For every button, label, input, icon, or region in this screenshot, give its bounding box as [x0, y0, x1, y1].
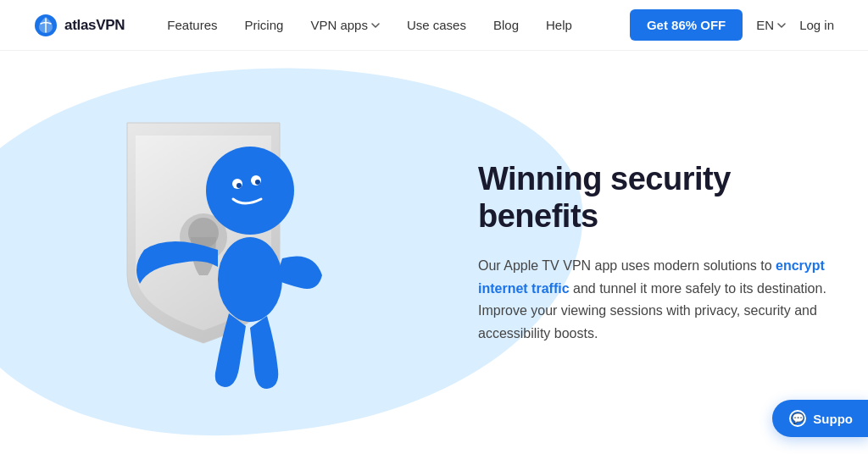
support-icon: 💬 — [789, 410, 806, 427]
hero-illustration — [51, 80, 356, 436]
language-selector[interactable]: EN — [756, 18, 786, 32]
body-text-part1: Our Apple TV VPN app uses modern solutio… — [478, 258, 776, 273]
support-button[interactable]: 💬 Suppo — [772, 400, 868, 437]
nav-pricing[interactable]: Pricing — [245, 18, 284, 32]
nav-vpn-apps[interactable]: VPN apps — [310, 18, 380, 32]
svg-point-3 — [206, 147, 294, 235]
logo-text: atlasVPN — [64, 17, 125, 34]
logo[interactable]: atlasVPN — [34, 14, 125, 37]
chevron-down-icon — [371, 23, 380, 28]
nav-help[interactable]: Help — [546, 18, 572, 32]
main-content: Winning security benefits Our Apple TV V… — [0, 51, 868, 454]
text-section: Winning security benefits Our Apple TV V… — [478, 161, 834, 345]
nav-use-cases[interactable]: Use cases — [407, 18, 466, 32]
nav-features[interactable]: Features — [167, 18, 217, 32]
support-label: Suppo — [813, 412, 853, 426]
lang-chevron-icon — [777, 23, 786, 28]
navbar: atlasVPN Features Pricing VPN apps Use c… — [0, 0, 868, 51]
nav-right: Get 86% OFF EN Log in — [630, 9, 834, 41]
logo-icon — [34, 14, 58, 37]
svg-point-6 — [236, 183, 242, 188]
svg-point-7 — [255, 180, 260, 185]
hero-headline: Winning security benefits — [478, 161, 834, 235]
nav-blog[interactable]: Blog — [493, 18, 519, 32]
hero-body: Our Apple TV VPN app uses modern solutio… — [478, 255, 834, 345]
cta-button[interactable]: Get 86% OFF — [630, 9, 743, 41]
nav-links: Features Pricing VPN apps Use cases Blog… — [167, 18, 630, 32]
svg-point-8 — [218, 237, 282, 322]
login-link[interactable]: Log in — [799, 18, 834, 32]
character-section — [42, 68, 364, 449]
